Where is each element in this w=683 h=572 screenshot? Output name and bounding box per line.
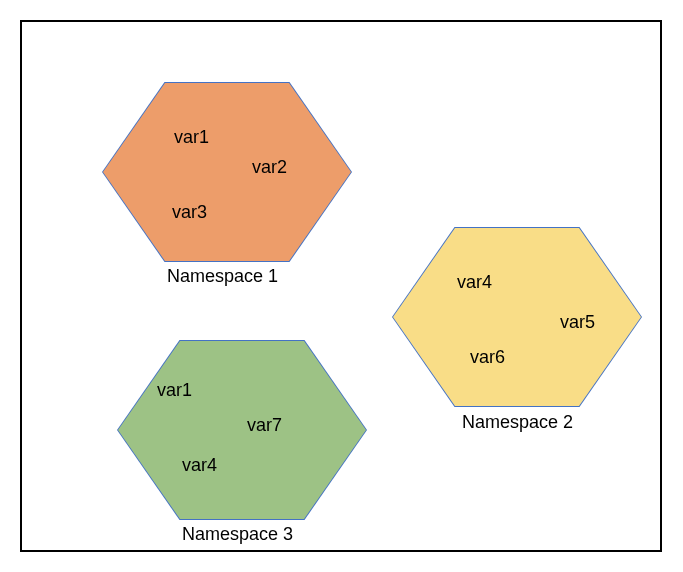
namespace-3-hexagon: var1 var7 var4 [117,340,367,520]
namespace-1-hexagon: var1 var2 var3 [102,82,352,262]
namespace-1-var-1: var1 [174,127,209,148]
namespace-3-var-2: var7 [247,415,282,436]
namespace-2-var-3: var6 [470,347,505,368]
namespace-2-var-2: var5 [560,312,595,333]
namespace-3-var-1: var1 [157,380,192,401]
hexagon-fill [103,83,351,261]
hexagon-fill [118,341,366,519]
outer-frame: var1 var2 var3 Namespace 1 var4 var5 var… [20,20,662,552]
namespace-3-label: Namespace 3 [182,524,293,545]
namespace-1-var-3: var3 [172,202,207,223]
namespace-1-var-2: var2 [252,157,287,178]
namespace-2-var-1: var4 [457,272,492,293]
namespace-3-var-3: var4 [182,455,217,476]
hexagon-fill [393,228,641,406]
namespace-1-label: Namespace 1 [167,266,278,287]
diagram-canvas: var1 var2 var3 Namespace 1 var4 var5 var… [0,0,683,572]
namespace-2-hexagon: var4 var5 var6 [392,227,642,407]
namespace-2-label: Namespace 2 [462,412,573,433]
